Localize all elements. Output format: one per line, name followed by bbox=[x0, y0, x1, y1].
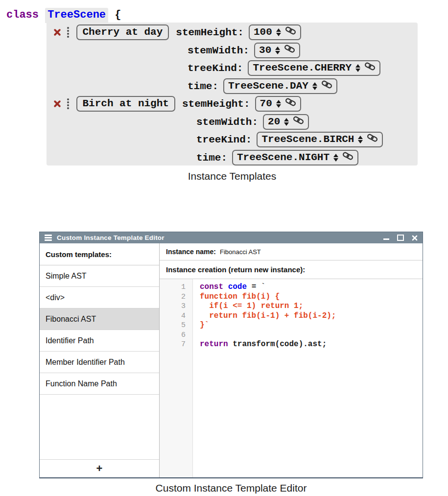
link-icon[interactable] bbox=[367, 133, 378, 145]
custom-template-editor-window: Custom Instance Template Editor Custom t… bbox=[39, 232, 423, 478]
maximize-icon[interactable] bbox=[397, 235, 404, 241]
property-value-box[interactable]: TreeScene.DAY bbox=[223, 78, 337, 94]
link-icon[interactable] bbox=[285, 26, 296, 38]
sidebar-spacer bbox=[40, 395, 159, 459]
property-value-box[interactable]: TreeScene.NIGHT bbox=[232, 150, 358, 165]
delete-instance-button[interactable] bbox=[53, 28, 61, 36]
step-down-icon[interactable] bbox=[355, 69, 360, 72]
instance-property-row: treeKind:TreeScene.BIRCH bbox=[196, 132, 383, 147]
property-value-box[interactable]: TreeScene.BIRCH bbox=[257, 132, 383, 147]
property-value[interactable]: 70 bbox=[260, 98, 272, 109]
stepper-icon[interactable] bbox=[284, 118, 289, 126]
stepper-icon[interactable] bbox=[358, 136, 363, 143]
code-token: code bbox=[228, 283, 247, 291]
step-up-icon[interactable] bbox=[276, 28, 281, 32]
stepper-icon[interactable] bbox=[312, 82, 317, 90]
figure-caption-instance-templates: Instance Templates bbox=[47, 170, 418, 182]
line-number: 3 bbox=[160, 302, 192, 311]
drag-handle-icon[interactable] bbox=[67, 27, 69, 38]
step-up-icon[interactable] bbox=[355, 64, 360, 68]
list-item[interactable]: Function Name Path bbox=[40, 373, 159, 395]
link-icon[interactable] bbox=[321, 80, 332, 92]
property: treeKind:TreeScene.CHERRY bbox=[188, 60, 380, 76]
instance-template-row: Cherry at daystemHeight:100 bbox=[53, 24, 301, 40]
step-down-icon[interactable] bbox=[275, 51, 280, 54]
property-value[interactable]: 30 bbox=[259, 45, 271, 56]
close-icon[interactable] bbox=[412, 235, 418, 241]
code-token bbox=[223, 283, 228, 291]
instance-name-box[interactable]: Birch at night bbox=[76, 96, 175, 112]
step-down-icon[interactable] bbox=[284, 122, 289, 126]
list-item[interactable]: Identifier Path bbox=[40, 330, 159, 352]
property-value[interactable]: TreeScene.NIGHT bbox=[237, 152, 330, 163]
code-editor[interactable]: 1234567 const code = `function fib(i) { … bbox=[160, 279, 423, 477]
delete-instance-button[interactable] bbox=[53, 100, 61, 108]
step-up-icon[interactable] bbox=[333, 154, 338, 157]
step-down-icon[interactable] bbox=[333, 158, 338, 162]
code-token: transform(code).ast; bbox=[228, 340, 327, 349]
step-down-icon[interactable] bbox=[312, 87, 317, 90]
link-icon[interactable] bbox=[293, 116, 304, 128]
list-item[interactable]: Member Identifier Path bbox=[40, 352, 159, 373]
property-value-box[interactable]: 30 bbox=[254, 43, 300, 58]
property-value-box[interactable]: 100 bbox=[249, 24, 301, 40]
add-template-button[interactable]: + bbox=[87, 463, 113, 474]
window-titlebar[interactable]: Custom Instance Template Editor bbox=[40, 232, 423, 243]
class-keyword: class bbox=[6, 9, 39, 21]
list-item[interactable]: Simple AST bbox=[40, 265, 159, 287]
property-value[interactable]: 100 bbox=[254, 26, 272, 38]
instance-property-row: treeKind:TreeScene.CHERRY bbox=[188, 60, 380, 76]
instance-name-value[interactable]: Fibonacci AST bbox=[220, 248, 261, 256]
list-item[interactable]: <div> bbox=[40, 287, 159, 308]
minimize-icon[interactable] bbox=[383, 238, 389, 240]
link-icon[interactable] bbox=[342, 151, 354, 164]
step-up-icon[interactable] bbox=[275, 47, 280, 50]
stepper-icon[interactable] bbox=[276, 100, 281, 108]
link-icon[interactable] bbox=[285, 97, 296, 110]
templates-sidebar: Custom templates: Simple AST<div>Fibonac… bbox=[40, 243, 160, 477]
code-line: }` bbox=[200, 321, 423, 331]
step-up-icon[interactable] bbox=[312, 82, 317, 86]
sidebar-footer: + bbox=[40, 459, 159, 477]
property-value[interactable]: TreeScene.DAY bbox=[228, 80, 308, 92]
step-down-icon[interactable] bbox=[276, 104, 281, 108]
instance-template-row: Birch at nightstemHeight:70 bbox=[53, 96, 301, 112]
list-item[interactable]: Fibonacci AST bbox=[40, 308, 159, 330]
line-number: 6 bbox=[160, 331, 192, 340]
editor-main-panel: Instance name: Fibonacci AST Instance cr… bbox=[160, 243, 423, 477]
instance-property-row: stemWidth:30 bbox=[188, 43, 300, 58]
property-value[interactable]: TreeScene.BIRCH bbox=[261, 134, 354, 145]
step-down-icon[interactable] bbox=[276, 33, 281, 36]
window-title: Custom Instance Template Editor bbox=[57, 234, 165, 241]
menu-icon[interactable] bbox=[45, 235, 52, 241]
property-value-box[interactable]: 20 bbox=[263, 114, 309, 130]
property-value[interactable]: TreeScene.CHERRY bbox=[253, 62, 352, 73]
stepper-icon[interactable] bbox=[333, 154, 338, 162]
code-token: = bbox=[247, 283, 261, 291]
stepper-icon[interactable] bbox=[355, 64, 360, 72]
property-value[interactable]: 20 bbox=[268, 116, 280, 127]
line-number: 1 bbox=[160, 283, 192, 292]
instance-name-row: Instance name: Fibonacci AST bbox=[160, 243, 423, 260]
step-up-icon[interactable] bbox=[276, 100, 281, 103]
link-icon[interactable] bbox=[364, 62, 376, 74]
code-token: const bbox=[200, 283, 223, 291]
code-pane[interactable]: const code = `function fib(i) { if(i <= … bbox=[193, 279, 423, 477]
stepper-icon[interactable] bbox=[275, 47, 280, 54]
instance-name-box[interactable]: Cherry at day bbox=[76, 24, 169, 40]
class-name[interactable]: TreeScene bbox=[45, 8, 108, 23]
instance-property-row: time:TreeScene.NIGHT bbox=[196, 150, 358, 165]
step-down-icon[interactable] bbox=[358, 140, 363, 143]
property: stemHeight:70 bbox=[182, 96, 301, 112]
stepper-icon[interactable] bbox=[276, 28, 281, 36]
property-value-box[interactable]: TreeScene.CHERRY bbox=[248, 60, 380, 76]
step-up-icon[interactable] bbox=[358, 136, 363, 139]
property-label: stemHeight: bbox=[176, 27, 244, 38]
step-up-icon[interactable] bbox=[284, 118, 289, 121]
property-value-box[interactable]: 70 bbox=[255, 96, 301, 112]
drag-handle-icon[interactable] bbox=[67, 98, 69, 109]
line-number: 7 bbox=[160, 340, 192, 350]
code-token: return fib(i-1) + fib(i-2); bbox=[200, 311, 336, 320]
code-line: if(i <= 1) return 1; bbox=[200, 302, 423, 311]
link-icon[interactable] bbox=[284, 44, 295, 56]
